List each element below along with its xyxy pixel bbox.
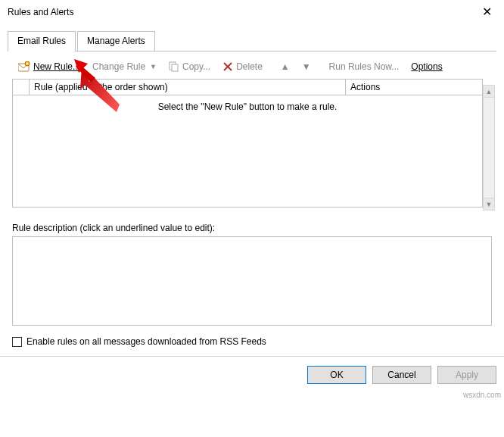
rss-checkbox-row[interactable]: Enable rules on all messages downloaded …: [12, 336, 492, 347]
window-title: Rules and Alerts: [8, 7, 478, 17]
apply-label: Apply: [456, 370, 478, 380]
change-rule-label: Change Rule: [92, 61, 145, 72]
dialog-footer: OK Cancel Apply: [0, 363, 504, 392]
run-rules-now-button[interactable]: Run Rules Now...: [325, 59, 404, 74]
run-rules-now-label: Run Rules Now...: [329, 61, 400, 72]
rules-list-scrollbar[interactable]: ▲ ▼: [483, 85, 495, 211]
column-checkbox[interactable]: [13, 80, 30, 95]
column-rule[interactable]: Rule (applied in the order shown): [30, 80, 346, 95]
move-down-button[interactable]: ▼: [297, 59, 316, 74]
copy-label: Copy...: [182, 61, 210, 72]
apply-button[interactable]: Apply: [437, 366, 496, 384]
rss-checkbox[interactable]: [12, 337, 22, 347]
new-rule-icon: [18, 61, 30, 72]
footer-separator: [0, 356, 504, 357]
ok-button[interactable]: OK: [307, 366, 366, 384]
svg-rect-5: [172, 64, 178, 71]
toolbar: New Rule... Change Rule ▼ Copy... Delete…: [8, 55, 496, 79]
copy-button[interactable]: Copy...: [164, 59, 215, 74]
tab-manage-alerts[interactable]: Manage Alerts: [77, 31, 155, 52]
new-rule-button[interactable]: New Rule...: [14, 59, 85, 74]
arrow-down-icon: ▼: [302, 61, 311, 72]
rule-description-box[interactable]: [12, 236, 492, 326]
delete-label: Delete: [236, 61, 263, 72]
column-actions[interactable]: Actions: [346, 80, 482, 95]
close-button[interactable]: ✕: [478, 5, 496, 20]
column-rule-label: Rule (applied in the order shown): [34, 82, 168, 92]
ok-label: OK: [330, 370, 343, 380]
change-rule-button[interactable]: Change Rule ▼: [88, 59, 161, 74]
scroll-down-button[interactable]: ▼: [484, 198, 494, 210]
empty-list-text: Select the "New Rule" button to make a r…: [13, 101, 482, 112]
new-rule-label: New Rule...: [33, 61, 80, 72]
rss-checkbox-label: Enable rules on all messages downloaded …: [26, 336, 266, 347]
delete-button[interactable]: Delete: [218, 59, 267, 74]
column-actions-label: Actions: [350, 82, 380, 92]
scroll-up-button[interactable]: ▲: [484, 86, 494, 98]
chevron-down-icon: ▼: [150, 63, 157, 70]
arrow-up-icon: ▲: [281, 61, 290, 72]
rule-description-label: Rule description (click an underlined va…: [12, 223, 492, 233]
cancel-label: Cancel: [387, 370, 415, 380]
tab-label: Manage Alerts: [87, 36, 145, 46]
options-label: Options: [411, 61, 442, 72]
tab-email-rules[interactable]: Email Rules: [8, 31, 76, 52]
title-bar: Rules and Alerts ✕: [0, 0, 504, 24]
copy-icon: [169, 61, 179, 72]
options-button[interactable]: Options: [406, 59, 446, 74]
rules-list-header: Rule (applied in the order shown) Action…: [12, 79, 483, 95]
tab-label: Email Rules: [17, 36, 66, 46]
delete-icon: [222, 61, 233, 72]
tabs: Email Rules Manage Alerts: [8, 30, 496, 52]
watermark: wsxdn.com: [463, 391, 501, 399]
rules-list[interactable]: Select the "New Rule" button to make a r…: [12, 95, 483, 208]
move-up-button[interactable]: ▲: [276, 59, 294, 74]
cancel-button[interactable]: Cancel: [372, 366, 431, 384]
